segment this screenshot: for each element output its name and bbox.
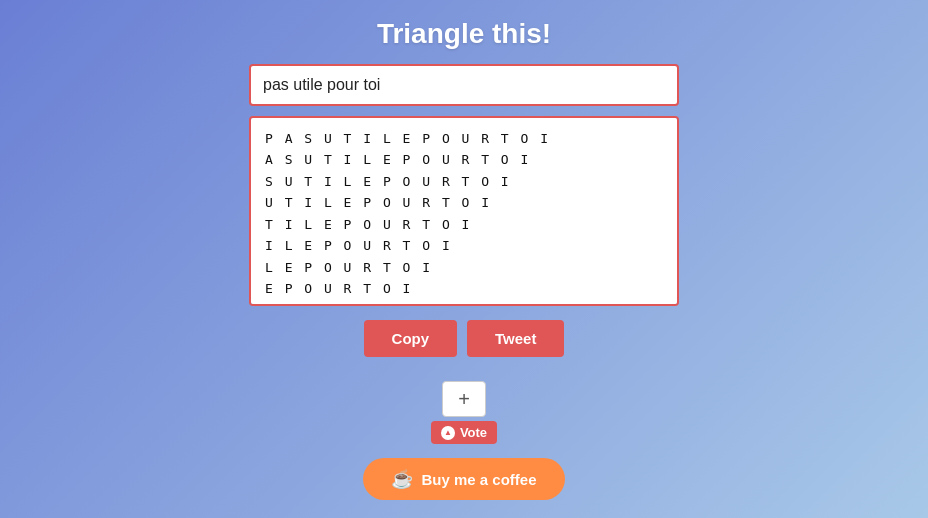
coffee-icon: ☕ (391, 468, 413, 490)
vote-section: + ▲ Vote (431, 381, 497, 444)
triangle-output: P A S U T I L E P O U R T O I A S U T I … (249, 116, 679, 306)
triangle-text: P A S U T I L E P O U R T O I A S U T I … (265, 128, 663, 306)
page-title: Triangle this! (377, 18, 551, 50)
product-hunt-icon: ▲ (441, 426, 455, 440)
text-input[interactable] (249, 64, 679, 106)
vote-label: Vote (460, 425, 487, 440)
buy-coffee-label: Buy me a coffee (421, 471, 536, 488)
buy-coffee-button[interactable]: ☕ Buy me a coffee (363, 458, 564, 500)
vote-plus-box[interactable]: + (442, 381, 486, 417)
plus-icon: + (458, 388, 470, 411)
copy-button[interactable]: Copy (364, 320, 458, 357)
action-buttons: Copy Tweet (364, 320, 565, 357)
tweet-button[interactable]: Tweet (467, 320, 564, 357)
vote-button[interactable]: ▲ Vote (431, 421, 497, 444)
input-area (249, 64, 679, 106)
